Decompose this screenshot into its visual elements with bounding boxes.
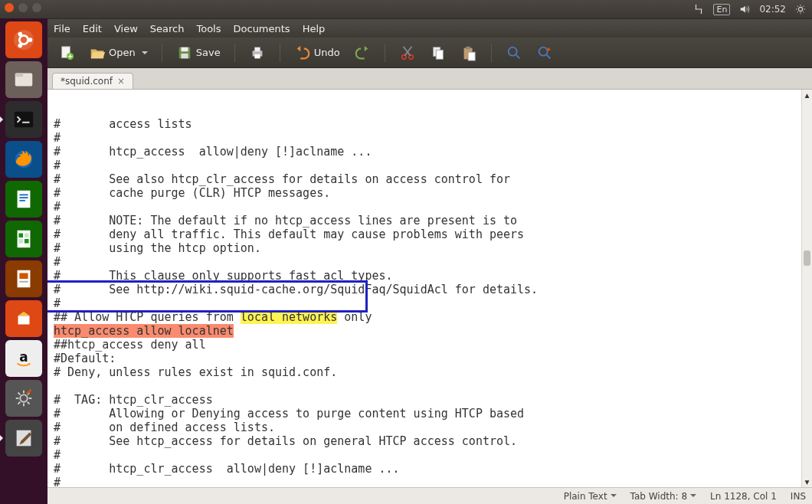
tab-title: *squid.conf [61,76,113,87]
status-insert-mode[interactable]: INS [791,491,806,502]
gedit-icon [12,427,35,450]
editor-line: # Allowing or Denying access to purge co… [54,407,806,421]
network-indicator[interactable] [693,4,704,15]
paste-button[interactable] [456,42,482,64]
save-button[interactable]: Save [172,42,225,64]
editor-line: # [54,200,806,214]
editor-line: # [54,131,806,145]
svg-point-3 [28,38,33,42]
menu-tools[interactable]: Tools [196,23,221,34]
launcher-amazon[interactable]: a [5,340,42,377]
svg-rect-10 [18,191,31,208]
editor-line: # using the htcp option. [54,241,806,255]
replace-icon [536,44,553,61]
undo-icon [294,44,311,61]
menu-documents[interactable]: Documents [234,23,290,34]
menu-search[interactable]: Search [150,23,185,34]
editor-line: # on defined access lists. [54,421,806,434]
copy-icon [430,44,447,61]
editor-line: #Default: [54,352,806,365]
find-button[interactable] [501,42,527,64]
window-maximize-btn[interactable] [32,3,41,12]
gedit-window: File Edit View Search Tools Documents He… [47,18,812,504]
menu-view[interactable]: View [114,23,138,34]
svg-rect-18 [25,239,29,244]
launcher-terminal[interactable] [5,101,42,138]
svg-point-5 [18,44,23,48]
menu-help[interactable]: Help [303,23,326,34]
tab-strip: *squid.conf × [47,68,812,90]
editor-line: # [54,159,806,172]
launcher-impress[interactable] [5,260,42,297]
window-close-btn[interactable] [5,3,14,12]
launcher-software[interactable] [5,300,42,337]
menu-edit[interactable]: Edit [83,23,102,34]
statusbar: Plain Text Tab Width: 8 Ln 1128, Col 1 I… [47,487,812,504]
editor-line: # [54,476,806,487]
launcher-writer[interactable] [5,181,42,218]
amazon-icon: a [12,347,35,370]
svg-rect-15 [18,234,23,238]
keyboard-indicator[interactable]: En [713,4,730,15]
clock[interactable]: 02:52 [759,4,786,15]
editor[interactable]: # access lists## htcp_access allow|deny … [47,90,812,487]
launcher-firefox[interactable] [5,141,42,178]
svg-rect-16 [25,234,29,238]
editor-line: # Deny, unless rules exist in squid.conf… [54,365,806,379]
network-icon [693,4,704,15]
svg-rect-8 [15,112,33,128]
launcher-dash[interactable] [5,21,42,58]
software-icon [12,307,35,330]
launcher-files[interactable] [5,61,42,98]
window-minimize-btn[interactable] [18,3,28,12]
open-button[interactable]: Open [84,42,152,64]
copy-button[interactable] [425,42,451,64]
svg-text:a: a [19,349,28,365]
launcher-calc[interactable] [5,221,42,257]
scroll-down-icon[interactable]: ▾ [802,476,812,487]
svg-rect-28 [181,47,188,51]
replace-button[interactable] [532,42,558,64]
gear-icon [795,4,806,15]
terminal-icon [12,108,35,131]
open-label: Open [109,47,136,58]
session-indicator[interactable] [795,4,806,15]
svg-point-0 [798,7,802,11]
cut-icon [399,44,416,61]
undo-label: Undo [314,47,340,58]
writer-icon [12,188,35,211]
keyboard-lang: En [713,4,730,15]
redo-button[interactable] [349,42,375,64]
sound-icon [739,4,750,15]
editor-line: # TAG: htcp_clr_access [54,393,806,407]
cut-button[interactable] [395,42,421,64]
editor-line: htcp_access allow localnet [54,324,806,338]
window-controls [5,3,41,12]
svg-rect-36 [436,50,443,59]
settings-icon [12,387,35,410]
tab-close-icon[interactable]: × [117,76,125,87]
scroll-thumb[interactable] [804,250,810,266]
status-language[interactable]: Plain Text [564,491,617,502]
scroll-up-icon[interactable]: ▴ [802,90,812,100]
status-position: Ln 1128, Col 1 [710,491,777,502]
clock-time: 02:52 [759,4,786,15]
svg-rect-21 [19,281,28,283]
editor-line: ##htcp_access deny all [54,338,806,352]
sound-indicator[interactable] [739,4,750,15]
vertical-scrollbar[interactable]: ▴ ▾ [801,90,812,487]
svg-point-4 [18,32,23,37]
undo-button[interactable]: Undo [290,42,345,64]
tab-squid-conf[interactable]: *squid.conf × [52,73,133,89]
editor-line: # See also htcp_clr_access for details o… [54,172,806,186]
editor-line: # deny all traffic. This default may cau… [54,227,806,241]
menu-file[interactable]: File [54,23,70,34]
svg-point-40 [508,47,516,55]
status-tab-width[interactable]: Tab Width: 8 [630,491,696,502]
editor-line: # htcp_clr_access allow|deny [!]aclname … [54,462,806,476]
new-button[interactable] [54,42,80,64]
calc-icon [12,227,35,250]
launcher-settings[interactable] [5,380,42,417]
print-button[interactable] [244,42,270,64]
launcher-gedit[interactable] [5,420,42,457]
